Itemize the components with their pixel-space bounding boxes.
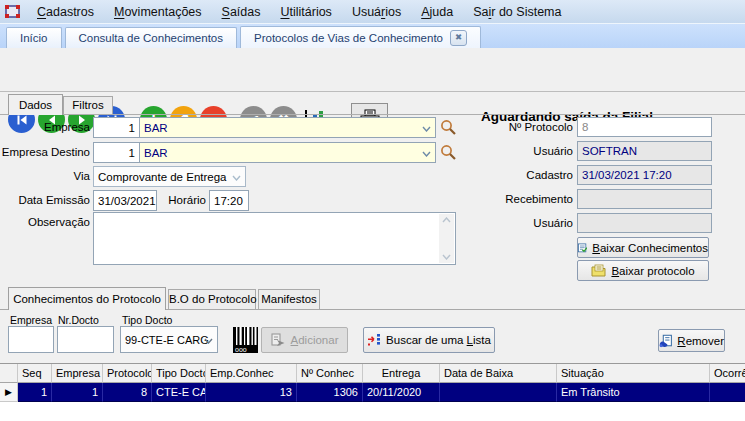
document-tabs: InícioConsulta de ConhecimentosProtocolo… [4,26,482,48]
entry-tipodocto-label: Tipo Docto [122,314,172,326]
application-window: CadastrosMovimentaçõesSaídasUtilitáriosU… [0,0,745,421]
column-header-situacao[interactable]: Situação [557,364,710,383]
menu-bar: CadastrosMovimentaçõesSaídasUtilitáriosU… [0,0,745,24]
tab-label: Consulta de Conhecimentos [79,32,223,44]
table-cell: CTE-E CAR [152,383,206,402]
usuario-label: Usuário [460,145,573,157]
empresa-label: Empresa [0,121,90,133]
observacao-label: Observação [0,216,90,228]
column-header-data-de-baixa[interactable]: Data de Baixa [440,364,557,383]
column-header-selector[interactable] [0,364,18,383]
menu-item-movimentacoes[interactable]: Movimentações [104,3,212,21]
folder-document-icon [591,264,606,277]
menu-item-utilitarios[interactable]: Utilitários [270,3,341,21]
empresa-destino-combo[interactable]: BAR [139,142,436,163]
observacao-scrollbar[interactable] [439,214,454,263]
remover-button[interactable]: Remover [658,329,725,352]
toolbar: + ✎ − ✔ ✖ [0,48,745,92]
table-cell [710,383,745,402]
scroll-down-icon[interactable] [442,254,451,260]
column-header-empresa[interactable]: Empresa [52,364,103,383]
column-header-ocorre[interactable]: Ocorrê [710,364,745,383]
remove-document-icon [659,334,672,348]
adicionar-label: Adicionar [291,334,339,346]
empresa-combo[interactable]: BAR [139,117,436,138]
chevron-down-icon[interactable] [204,334,213,346]
entry-tipodocto-value: 99-CTE-E CARG [125,334,209,346]
add-document-icon [271,333,286,347]
close-icon[interactable]: ✖ [450,30,467,46]
remover-label: Remover [677,335,724,347]
list-check-icon [578,241,587,255]
empresa-search-icon[interactable] [440,119,457,136]
horario-input[interactable]: 17:20 [209,190,249,211]
baixar-conhecimentos-button[interactable]: Baixar Conhecimentos [577,237,709,258]
empresa-destino-search-icon[interactable] [440,144,457,161]
baixar-protocolo-label: Baixar protocolo [611,265,694,277]
menu-items: CadastrosMovimentaçõesSaídasUtilitáriosU… [27,3,571,21]
table-cell: Em Trânsito [557,383,710,402]
table-cell [440,383,557,402]
row-selector-marker: ▶ [0,383,18,402]
table-cell: 1 [52,383,103,402]
grid-header-row: SeqEmpresaProtocoloTipo DoctoEmp.ConhecN… [0,364,745,383]
chevron-down-icon [232,171,241,183]
barcode-button[interactable]: ooo [233,327,258,353]
menu-item-usuarios[interactable]: Usuários [342,3,411,21]
adicionar-button: Adicionar [261,327,348,353]
entry-empresa-input[interactable] [8,326,54,353]
menu-item-ajuda[interactable]: Ajuda [411,3,463,21]
tab-b-o-do-protocolo[interactable]: B.O do Protocolo [168,289,256,309]
via-dropdown-value: Comprovante de Entrega [98,171,227,183]
app-icon [4,3,21,20]
entry-nrdocto-label: Nr.Docto [58,314,99,326]
buscar-lista-button[interactable]: Buscar de uma Lista [363,327,495,353]
search-list-icon [367,333,381,347]
menu-item-cadastros[interactable]: Cadastros [27,3,104,21]
usuario-label: Usuário [460,217,573,229]
tab-consulta-de-conhecimentos[interactable]: Consulta de Conhecimentos [65,27,237,48]
empresa-destino-code-input[interactable]: 1 [93,142,140,163]
chevron-down-icon[interactable] [422,122,431,134]
cadastro-label: Cadastro [460,169,573,181]
table-cell: 8 [103,383,152,402]
via-dropdown[interactable]: Comprovante de Entrega [93,166,246,187]
tab-protocolos-de-vias-de-conhecimento[interactable]: Protocolos de Vias de Conhecimento✖ [240,26,481,48]
column-header-seq[interactable]: Seq [18,364,52,383]
column-header-n-conhec[interactable]: Nº Conhec [297,364,363,383]
entry-nrdocto-input[interactable] [57,326,114,353]
empresa-code-input[interactable]: 1 [93,117,140,138]
entry-tipodocto-dropdown[interactable]: 99-CTE-E CARG [120,326,218,353]
n-protocolo-label: Nº Protocolo [460,121,573,133]
observacao-textarea[interactable] [93,212,456,265]
menu-item-saidas[interactable]: Saídas [212,3,271,21]
column-header-tipo-docto[interactable]: Tipo Docto [152,364,206,383]
tab-inicio[interactable]: Início [6,27,62,48]
barcode-ooo: ooo [235,346,247,353]
conhecimentos-grid[interactable]: SeqEmpresaProtocoloTipo DoctoEmp.ConhecN… [0,363,745,421]
menu-item-sair-do-sistema[interactable]: Sair do Sistema [463,3,571,21]
cadastro-field: 31/03/2021 17:20 [577,165,712,185]
tab-dados[interactable]: Dados [8,94,63,115]
column-header-entrega[interactable]: Entrega [363,364,440,383]
table-row[interactable]: ▶118CTE-E CAR13130620/11/2020Em Trânsito [0,383,745,402]
usuario-field: SOFTRAN [577,141,712,161]
baixar-conhecimentos-label: Baixar Conhecimentos [592,242,708,254]
tab-conhecimentos-do-protocolo[interactable]: Conhecimentos do Protocolo [8,287,166,310]
scroll-up-icon[interactable] [442,217,451,223]
chevron-down-icon[interactable] [422,147,431,159]
document-tab-strip: InícioConsulta de ConhecimentosProtocolo… [0,24,745,48]
column-header-protocolo[interactable]: Protocolo [103,364,152,383]
data-emissao-input[interactable]: 31/03/2021 [93,190,157,211]
table-cell: 13 [206,383,297,402]
tab-manifestos[interactable]: Manifestos [258,289,320,309]
tab-filtros[interactable]: Filtros [63,96,113,114]
tab-label: Protocolos de Vias de Conhecimento [254,32,443,44]
column-header-emp-conhec[interactable]: Emp.Conhec [206,364,297,383]
n-protocolo-field: 8 [577,117,712,137]
data-emissao-label: Data Emissão [0,194,90,206]
empresa-destino-label: Empresa Destino [0,146,90,158]
table-cell: 20/11/2020 [363,383,440,402]
baixar-protocolo-button[interactable]: Baixar protocolo [577,260,709,281]
entry-empresa-label: Empresa [10,314,52,326]
